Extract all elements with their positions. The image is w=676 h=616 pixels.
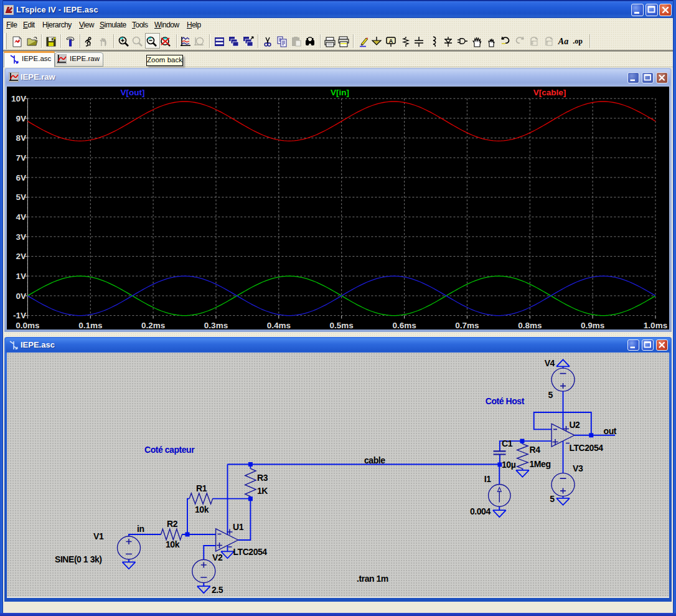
svg-text:cable: cable xyxy=(364,455,385,465)
svg-text:V4: V4 xyxy=(545,358,555,368)
svg-text:V[cable]: V[cable] xyxy=(533,88,566,97)
svg-text:0.5ms: 0.5ms xyxy=(330,321,354,329)
svg-text:8V: 8V xyxy=(16,133,26,143)
svg-text:10V: 10V xyxy=(11,94,26,103)
svg-text:R4: R4 xyxy=(530,445,541,455)
svg-text:1K: 1K xyxy=(257,486,268,496)
svg-text:Aa: Aa xyxy=(558,37,568,46)
svg-text:1Meg: 1Meg xyxy=(530,459,551,469)
svg-text:V3: V3 xyxy=(573,463,583,473)
svg-text:Coté Host: Coté Host xyxy=(486,396,525,406)
svg-text:R2: R2 xyxy=(167,519,178,529)
svg-text:2.5: 2.5 xyxy=(212,585,223,595)
svg-text:.op: .op xyxy=(573,37,583,45)
svg-text:0.1ms: 0.1ms xyxy=(78,321,102,329)
svg-text:10k: 10k xyxy=(195,505,209,514)
svg-text:0.2ms: 0.2ms xyxy=(141,321,165,329)
svg-text:0.0ms: 0.0ms xyxy=(16,321,39,329)
svg-text:.tran 1m: .tran 1m xyxy=(357,574,388,584)
svg-text:7V: 7V xyxy=(16,153,26,163)
svg-text:0.7ms: 0.7ms xyxy=(455,321,479,329)
svg-text:U2: U2 xyxy=(569,420,580,430)
svg-text:V1: V1 xyxy=(93,531,104,541)
svg-text:5V: 5V xyxy=(16,192,26,202)
svg-text:0.3ms: 0.3ms xyxy=(204,321,228,329)
svg-text:SINE(0 1 3k): SINE(0 1 3k) xyxy=(55,554,102,564)
svg-text:10k: 10k xyxy=(166,539,180,549)
svg-text:out: out xyxy=(604,426,617,436)
svg-text:5: 5 xyxy=(550,494,555,504)
svg-text:0.8ms: 0.8ms xyxy=(518,321,542,329)
svg-text:Coté capteur: Coté capteur xyxy=(144,445,195,455)
svg-text:1.0ms: 1.0ms xyxy=(644,321,667,329)
svg-text:1V: 1V xyxy=(16,272,26,281)
svg-text:C1: C1 xyxy=(502,438,513,448)
svg-text:0.9ms: 0.9ms xyxy=(581,321,604,329)
svg-text:R3: R3 xyxy=(257,473,268,483)
svg-text:3V: 3V xyxy=(16,232,26,242)
svg-text:2V: 2V xyxy=(16,252,26,261)
svg-text:V[out]: V[out] xyxy=(121,88,145,97)
svg-text:10µ: 10µ xyxy=(502,460,516,470)
svg-text:LTC2054: LTC2054 xyxy=(569,443,603,453)
svg-text:4V: 4V xyxy=(16,212,26,222)
svg-text:LTC2054: LTC2054 xyxy=(233,547,268,557)
svg-text:V[in]: V[in] xyxy=(331,88,349,97)
svg-text:U1: U1 xyxy=(233,522,244,532)
svg-text:9V: 9V xyxy=(16,114,26,123)
svg-text:0.4ms: 0.4ms xyxy=(267,321,291,329)
svg-text:6V: 6V xyxy=(16,173,26,182)
svg-text:0V: 0V xyxy=(16,291,26,301)
svg-text:A: A xyxy=(389,38,393,44)
svg-text:V2: V2 xyxy=(212,552,223,562)
svg-text:0.004: 0.004 xyxy=(470,506,491,516)
svg-text:-1V: -1V xyxy=(13,311,26,320)
svg-text:5: 5 xyxy=(548,390,553,400)
svg-text:R1: R1 xyxy=(196,483,207,493)
svg-text:in: in xyxy=(137,524,144,534)
svg-text:0.6ms: 0.6ms xyxy=(392,321,416,329)
svg-text:I1: I1 xyxy=(484,474,491,484)
